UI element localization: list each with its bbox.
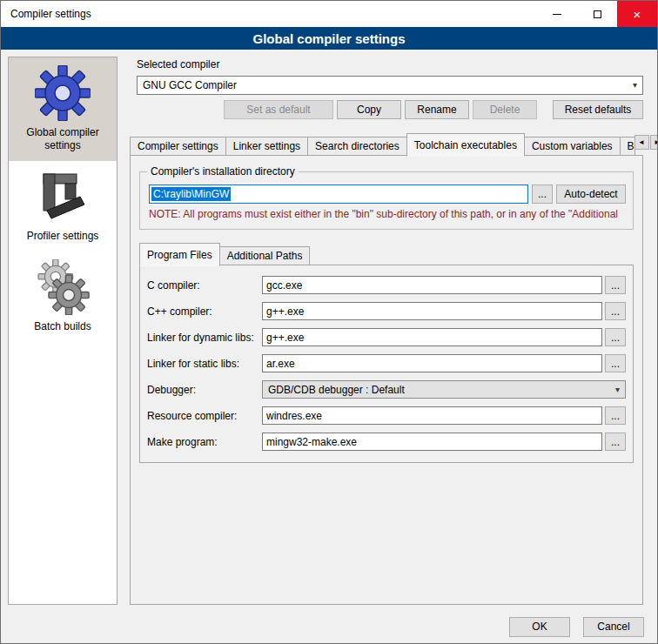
- installation-directory-browse-button[interactable]: ...: [532, 184, 553, 204]
- minimize-button[interactable]: [537, 1, 577, 27]
- dialog-content: Global compiler settings Profiler settin…: [1, 50, 657, 610]
- make-program-browse-button[interactable]: ...: [605, 433, 626, 451]
- caption-buttons: ×: [537, 1, 657, 27]
- c-compiler-browse-button[interactable]: ...: [605, 276, 626, 294]
- field-row-resource-compiler: Resource compiler: ...: [147, 406, 626, 425]
- main-panel: Selected compiler GNU GCC Compiler ▾ Set…: [123, 57, 650, 605]
- titlebar: Compiler settings ×: [1, 1, 657, 27]
- installation-note: NOTE: All programs must exist either in …: [149, 208, 626, 220]
- tab-scroll-buttons: ◄ ►: [634, 135, 657, 150]
- resource-compiler-browse-button[interactable]: ...: [605, 406, 626, 425]
- compiler-button-row: Set as default Copy Rename Delete Reset …: [137, 100, 643, 119]
- maximize-button[interactable]: [577, 1, 617, 27]
- dialog-header: Global compiler settings: [1, 27, 657, 50]
- cpp-compiler-label: C++ compiler:: [147, 305, 262, 318]
- chevron-down-icon: ▾: [633, 81, 637, 90]
- tab-build-options[interactable]: Builc: [620, 137, 635, 156]
- chevron-down-icon: ▾: [615, 386, 620, 394]
- dialog-footer: OK Cancel: [1, 610, 657, 643]
- resource-compiler-input[interactable]: [262, 406, 602, 425]
- linker-dynamic-browse-button[interactable]: ...: [605, 328, 626, 346]
- minimize-icon: [553, 14, 561, 15]
- program-files-panel: C compiler: ... C++ compiler: ... Linker…: [139, 265, 634, 463]
- field-row-make-program: Make program: ...: [147, 433, 626, 451]
- tab-scroll-left-button[interactable]: ◄: [634, 135, 649, 150]
- cancel-button[interactable]: Cancel: [583, 617, 644, 637]
- field-row-cpp-compiler: C++ compiler: ...: [147, 302, 626, 320]
- ok-button[interactable]: OK: [509, 617, 570, 637]
- debugger-value: GDB/CDB debugger : Default: [268, 384, 615, 396]
- reset-defaults-button[interactable]: Reset defaults: [553, 100, 643, 119]
- program-files-tabbar: Program Files Additional Paths: [139, 244, 634, 265]
- make-program-input[interactable]: [262, 433, 602, 451]
- linker-dynamic-label: Linker for dynamic libs:: [147, 332, 262, 344]
- dialog-header-title: Global compiler settings: [252, 31, 405, 46]
- field-row-c-compiler: C compiler: ...: [147, 276, 626, 294]
- debugger-label: Debugger:: [147, 384, 262, 396]
- field-row-linker-static: Linker for static libs: ...: [147, 354, 626, 372]
- tab-custom-variables[interactable]: Custom variables: [524, 137, 621, 156]
- tab-program-files[interactable]: Program Files: [139, 243, 220, 266]
- installation-directory-groupbox: Compiler's installation directory C:\ray…: [139, 171, 634, 230]
- maximize-icon: [594, 10, 601, 18]
- delete-button: Delete: [473, 100, 537, 119]
- close-button[interactable]: ×: [617, 1, 657, 27]
- set-as-default-button: Set as default: [224, 100, 333, 119]
- auto-detect-button[interactable]: Auto-detect: [556, 184, 626, 204]
- sidebar-item-batch-builds[interactable]: Batch builds: [9, 252, 117, 342]
- linker-dynamic-input[interactable]: [262, 328, 602, 346]
- selected-compiler-value: GNU GCC Compiler: [143, 79, 633, 91]
- sidebar: Global compiler settings Profiler settin…: [8, 57, 118, 605]
- cpp-compiler-browse-button[interactable]: ...: [605, 302, 626, 320]
- tab-compiler-settings[interactable]: Compiler settings: [130, 137, 226, 156]
- global-compiler-settings-gear-icon: [35, 65, 91, 121]
- selected-compiler-label: Selected compiler: [137, 58, 643, 70]
- sidebar-item-label: Profiler settings: [27, 230, 99, 243]
- linker-static-browse-button[interactable]: ...: [605, 354, 626, 372]
- field-row-linker-dynamic: Linker for dynamic libs: ...: [147, 328, 626, 346]
- cpp-compiler-input[interactable]: [262, 302, 602, 320]
- close-icon: ×: [634, 8, 641, 21]
- tab-scroll-left-icon: ◄: [638, 138, 645, 146]
- tab-scroll-right-button[interactable]: ►: [650, 135, 657, 150]
- window-title: Compiler settings: [1, 8, 91, 20]
- compiler-settings-window: Compiler settings × Global compiler sett…: [0, 0, 658, 644]
- toolchain-executables-panel: Compiler's installation directory C:\ray…: [130, 155, 643, 605]
- tab-linker-settings[interactable]: Linker settings: [225, 137, 308, 156]
- resource-compiler-label: Resource compiler:: [147, 410, 262, 422]
- installation-directory-legend: Compiler's installation directory: [147, 165, 299, 178]
- rename-button[interactable]: Rename: [405, 100, 469, 119]
- sidebar-item-label: Global compiler settings: [11, 126, 114, 152]
- c-compiler-label: C compiler:: [147, 279, 262, 292]
- profiler-tool-icon: [35, 169, 91, 225]
- field-row-debugger: Debugger: GDB/CDB debugger : Default ▾: [147, 380, 626, 399]
- tab-scroll-right-icon: ►: [654, 138, 657, 146]
- main-tabbar: Compiler settings Linker settings Search…: [130, 133, 643, 156]
- sidebar-item-profiler-settings[interactable]: Profiler settings: [9, 161, 117, 252]
- selected-compiler-section: Selected compiler GNU GCC Compiler ▾ Set…: [137, 57, 643, 119]
- linker-static-label: Linker for static libs:: [147, 358, 262, 370]
- sidebar-item-global-compiler-settings[interactable]: Global compiler settings: [9, 57, 117, 161]
- selected-compiler-combobox[interactable]: GNU GCC Compiler ▾: [137, 76, 643, 95]
- installation-directory-row: C:\raylib\MinGW ... Auto-detect: [149, 184, 626, 204]
- debugger-select[interactable]: GDB/CDB debugger : Default ▾: [262, 380, 626, 399]
- tab-toolchain-executables[interactable]: Toolchain executables: [406, 133, 525, 157]
- batch-builds-gears-icon: [35, 259, 91, 315]
- installation-directory-input[interactable]: C:\raylib\MinGW: [149, 184, 528, 204]
- tab-additional-paths[interactable]: Additional Paths: [219, 246, 311, 265]
- sidebar-item-label: Batch builds: [34, 320, 91, 333]
- installation-directory-value: C:\raylib\MinGW: [151, 187, 231, 201]
- c-compiler-input[interactable]: [262, 276, 602, 294]
- linker-static-input[interactable]: [262, 354, 602, 372]
- make-program-label: Make program:: [147, 436, 262, 448]
- tab-search-directories[interactable]: Search directories: [307, 137, 407, 156]
- copy-button[interactable]: Copy: [337, 100, 401, 119]
